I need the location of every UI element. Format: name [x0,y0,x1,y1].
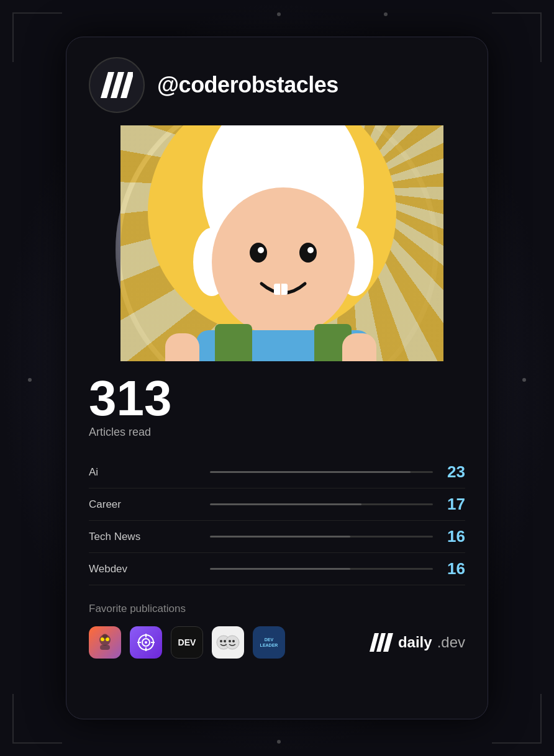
avatar-image [120,125,429,361]
svg-point-26 [145,641,147,644]
articles-count: 313 [89,374,465,423]
category-bar-container-tech-news [210,536,433,538]
logo-circle [89,57,145,113]
card-header: @coderobstacles [66,37,488,125]
svg-point-35 [229,640,231,642]
daily-dev-brand: daily.dev [370,633,465,652]
svg-rect-22 [100,645,110,650]
svg-point-7 [212,187,355,336]
category-bar-ai [210,471,411,473]
corner-decoration-br [492,694,542,744]
top-dot [277,12,281,16]
svg-point-23 [102,634,107,639]
category-count-tech-news: 16 [443,527,465,546]
svg-rect-18 [342,333,376,361]
corner-decoration-tl [12,12,62,62]
corner-decoration-tr [492,12,542,62]
svg-point-36 [232,640,235,642]
brand-logo-icon [101,72,133,98]
categories-list: Ai 23 Career 17 Tech News 16 [89,456,465,585]
username: @coderobstacles [157,72,338,98]
category-name-tech-news: Tech News [89,531,200,543]
daily-dev-text: daily.dev [398,634,465,651]
category-count-ai: 23 [443,462,465,482]
svg-point-10 [258,247,264,253]
category-name-ai: Ai [89,466,200,479]
category-name-webdev: Webdev [89,563,200,575]
category-bar-container-career [210,503,433,505]
category-bar-career [210,503,361,505]
category-bar-tech-news [210,536,350,538]
category-bar-container-webdev [210,568,433,570]
category-row-webdev: Webdev 16 [89,553,465,585]
category-row-career: Career 17 [89,488,465,521]
publications-row: DEV [89,626,465,659]
category-count-career: 17 [443,495,465,514]
svg-rect-17 [165,333,199,361]
corner-decoration-bl [12,694,62,744]
svg-point-9 [299,243,317,263]
publication-icon-dev: DEV [171,626,203,659]
bottom-dot [277,740,281,744]
category-row-ai: Ai 23 [89,456,465,488]
publication-icon-1 [89,626,121,659]
brand-suffix: .dev [437,634,465,651]
category-count-webdev: 16 [443,559,465,578]
svg-point-11 [307,247,314,253]
brand-name: daily [398,634,432,651]
publications-section: Favorite publications [66,603,488,681]
category-bar-webdev [210,568,350,570]
profile-card: @coderobstacles [66,37,488,719]
avatar-section [66,125,488,361]
svg-rect-15 [215,324,252,361]
svg-point-33 [220,640,222,642]
stats-section: 313 Articles read Ai 23 Career 17 [66,361,488,585]
svg-point-34 [224,640,226,642]
circular-inner [120,125,434,361]
side-dot-left [28,378,32,382]
category-name-career: Career [89,498,200,511]
publication-icon-2 [130,626,162,659]
publications-label: Favorite publications [89,603,465,615]
svg-point-32 [225,636,239,649]
circular-frame [116,125,438,361]
side-dot-right [522,378,526,382]
daily-dev-logo-icon [370,633,393,652]
category-row-tech-news: Tech News 16 [89,521,465,553]
publication-icon-dev-leader: DEVLEADER [253,626,285,659]
publication-icon-4 [212,626,244,659]
articles-label: Articles read [89,426,465,439]
category-bar-container-ai [210,471,433,473]
svg-point-8 [250,243,267,263]
